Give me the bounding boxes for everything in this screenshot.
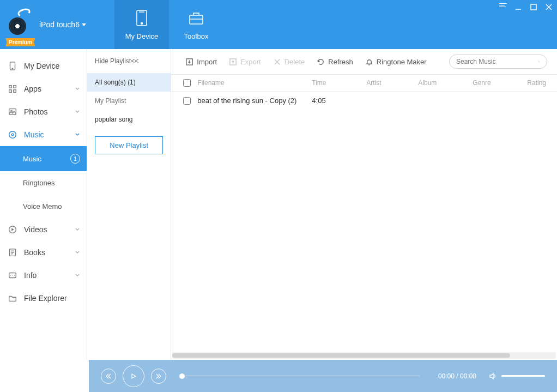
folder-icon <box>8 293 17 303</box>
sidebar-item-books[interactable]: Books <box>0 241 87 264</box>
minimize-button[interactable] <box>514 3 522 13</box>
apps-icon <box>8 84 17 94</box>
export-label: Export <box>240 58 261 66</box>
device-name-label: iPod touch6 <box>39 20 80 29</box>
sidebar-sub-ringtones[interactable]: Ringtones <box>0 171 87 195</box>
import-button[interactable]: Import <box>181 56 221 68</box>
refresh-label: Refresh <box>328 58 353 66</box>
svg-rect-11 <box>9 86 12 88</box>
search-icon <box>538 57 540 66</box>
progress-bar[interactable] <box>179 373 420 379</box>
playlist-item-all-songs[interactable]: All song(s) (1) <box>87 73 171 92</box>
chevron-down-icon <box>75 248 80 257</box>
hamburger-menu-icon[interactable] <box>499 3 507 13</box>
sidebar-item-info[interactable]: Info <box>0 264 87 287</box>
sidebar-label: My Device <box>24 62 59 70</box>
window-controls <box>499 3 553 13</box>
videos-icon <box>8 225 17 234</box>
progress-handle[interactable] <box>179 373 185 379</box>
cell-filename: beat of the rising sun - Copy (2) <box>197 97 312 105</box>
sidebar-item-videos[interactable]: Videos <box>0 218 87 241</box>
col-filename[interactable]: Filename <box>197 79 312 87</box>
play-button[interactable] <box>123 365 144 387</box>
playlist-panel: Hide Playlist<< All song(s) (1) My Playl… <box>87 49 171 360</box>
svg-point-27 <box>14 275 15 275</box>
new-playlist-button[interactable]: New Playlist <box>95 136 163 154</box>
cell-time: 4:05 <box>312 97 366 105</box>
sidebar-sub-music[interactable]: Music 1 <box>0 146 87 171</box>
col-genre[interactable]: Genre <box>473 79 527 87</box>
brand-area: Premium iPod touch6 <box>0 0 114 49</box>
col-artist[interactable]: Artist <box>366 79 418 87</box>
chevron-down-icon <box>75 225 80 234</box>
playlist-item-popular-song[interactable]: popular song <box>87 110 171 129</box>
col-rating[interactable]: Rating <box>527 79 552 87</box>
device-icon <box>133 9 150 27</box>
svg-rect-13 <box>9 90 12 93</box>
ringtone-maker-button[interactable]: Ringtone Maker <box>361 56 431 68</box>
sidebar-sub-voice-memo[interactable]: Voice Memo <box>0 195 87 218</box>
sidebar-item-photos[interactable]: Photos <box>0 100 87 123</box>
books-icon <box>8 248 17 257</box>
search-box[interactable] <box>449 55 547 69</box>
hide-playlist-button[interactable]: Hide Playlist<< <box>87 49 171 73</box>
sidebar-label: Music <box>24 130 44 139</box>
volume-slider[interactable] <box>501 375 545 377</box>
chevron-down-icon <box>75 130 80 139</box>
next-button[interactable] <box>151 369 166 384</box>
music-icon <box>8 130 17 140</box>
device-selector[interactable]: iPod touch6 <box>39 20 86 29</box>
playlist-item-my-playlist[interactable]: My Playlist <box>87 92 171 110</box>
table-header: Filename Time Artist Album Genre Rating <box>171 75 557 92</box>
col-time[interactable]: Time <box>312 79 366 87</box>
device-icon <box>8 61 17 71</box>
svg-point-32 <box>538 61 540 62</box>
col-album[interactable]: Album <box>418 79 473 87</box>
svg-point-10 <box>12 68 13 69</box>
table-row[interactable]: beat of the rising sun - Copy (2) 4:05 <box>171 92 557 110</box>
volume-control[interactable] <box>488 372 545 381</box>
volume-icon <box>488 372 497 381</box>
svg-point-17 <box>9 131 16 138</box>
sidebar-sub-label: Ringtones <box>23 179 55 187</box>
sidebar-item-apps[interactable]: Apps <box>0 77 87 100</box>
refresh-button[interactable]: Refresh <box>312 56 358 68</box>
chevron-down-icon <box>75 85 80 93</box>
sidebar-label: Apps <box>24 85 41 93</box>
ringtone-maker-label: Ringtone Maker <box>377 58 427 66</box>
sidebar-label: Videos <box>24 225 47 234</box>
select-all-checkbox[interactable] <box>183 79 191 87</box>
svg-point-18 <box>11 134 14 136</box>
sidebar-item-my-device[interactable]: My Device <box>0 55 87 77</box>
sidebar-label: Books <box>24 248 45 257</box>
chevron-down-icon <box>75 271 80 280</box>
svg-point-26 <box>12 275 13 275</box>
export-button[interactable]: Export <box>225 56 265 68</box>
info-icon <box>8 270 17 280</box>
sidebar-label: Info <box>24 271 37 280</box>
export-icon <box>229 58 237 66</box>
tab-my-device-label: My Device <box>125 32 159 40</box>
delete-button[interactable]: Delete <box>269 56 310 68</box>
row-checkbox[interactable] <box>183 97 191 105</box>
horizontal-scrollbar[interactable] <box>172 352 556 359</box>
toolbar: Import Export Delete Refresh Ringtone Ma… <box>171 49 557 75</box>
sidebar-sub-label: Voice Memo <box>23 202 62 210</box>
scrollbar-thumb[interactable] <box>172 353 510 358</box>
main-panel: Import Export Delete Refresh Ringtone Ma… <box>171 49 557 360</box>
chevron-down-icon <box>82 23 86 26</box>
app-logo: Premium <box>5 10 35 39</box>
photos-icon <box>8 107 17 117</box>
tab-toolbox[interactable]: Toolbox <box>169 0 223 49</box>
sidebar-item-music[interactable]: Music <box>0 123 87 146</box>
svg-rect-12 <box>14 86 16 88</box>
svg-rect-14 <box>14 90 16 93</box>
search-input[interactable] <box>456 58 538 65</box>
maximize-button[interactable] <box>530 3 537 13</box>
sidebar-item-file-explorer[interactable]: File Explorer <box>0 287 87 310</box>
previous-button[interactable] <box>101 369 116 384</box>
refresh-icon <box>317 58 325 66</box>
tab-my-device[interactable]: My Device <box>114 0 169 49</box>
svg-rect-3 <box>190 15 203 24</box>
close-button[interactable] <box>545 3 553 13</box>
